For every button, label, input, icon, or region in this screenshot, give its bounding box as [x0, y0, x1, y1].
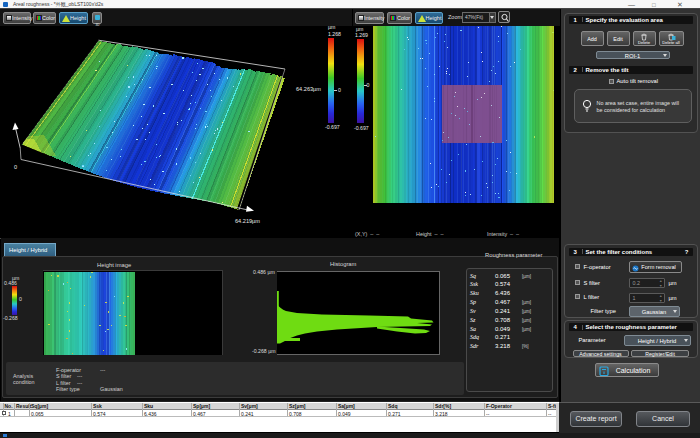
svg-text:0: 0	[14, 164, 17, 170]
svg-text:64.219µm: 64.219µm	[235, 218, 260, 224]
svg-text:64.263µm: 64.263µm	[296, 86, 321, 92]
